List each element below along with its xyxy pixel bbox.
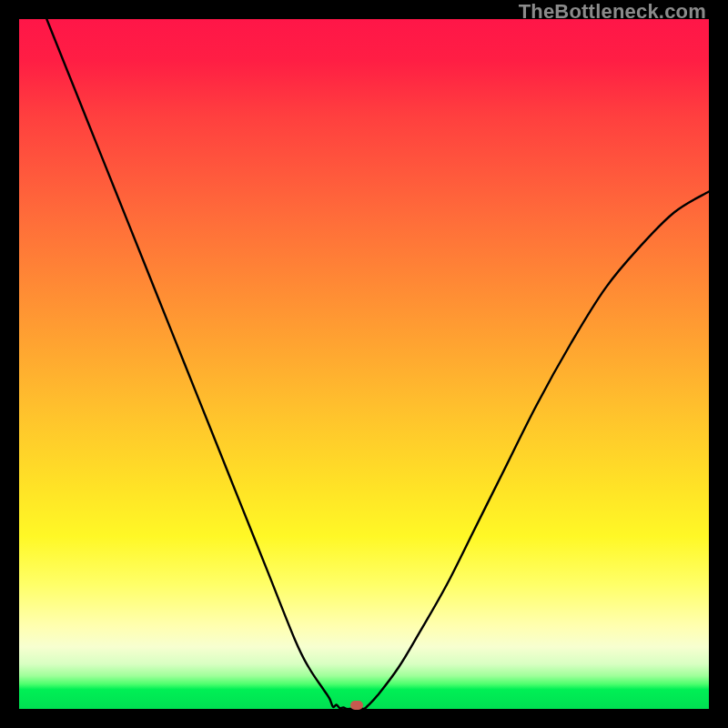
chart-frame: TheBottleneck.com	[0, 0, 728, 728]
bottleneck-curve	[19, 19, 709, 709]
plot-area	[19, 19, 709, 709]
